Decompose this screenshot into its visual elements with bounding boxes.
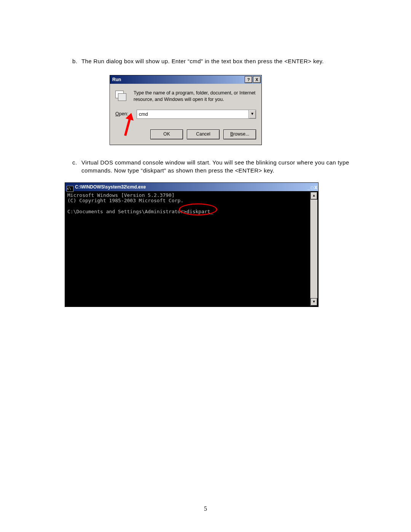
run-title-text: Run <box>112 77 121 82</box>
step-c-text: Virtual DOS command console window will … <box>81 158 365 175</box>
scrollbar[interactable]: ▲ ▼ <box>310 192 317 306</box>
open-input[interactable] <box>137 110 249 118</box>
run-dialog: Run ? X Type the name of a program, fold… <box>110 75 262 145</box>
instruction-step-b: b. The Run dialog box will show up. Ente… <box>72 57 365 66</box>
run-icon <box>115 91 128 101</box>
step-b-text: The Run dialog box will show up. Enter “… <box>81 57 365 66</box>
cmd-icon: c\ <box>67 186 73 192</box>
run-titlebar[interactable]: Run ? X <box>110 75 261 84</box>
run-message: Type the name of a program, folder, docu… <box>134 90 256 103</box>
help-icon[interactable]: ? <box>245 76 252 83</box>
cancel-button[interactable]: Cancel <box>187 129 220 139</box>
step-b-marker: b. <box>72 57 81 66</box>
cmd-titlebar[interactable]: c\C:\WINDOWS\system32\cmd.exe _ □ X <box>65 183 318 191</box>
open-combobox[interactable]: ▼ <box>137 110 256 119</box>
close-icon[interactable]: X <box>253 76 261 83</box>
ok-button[interactable]: OK <box>150 129 183 139</box>
scroll-down-icon[interactable]: ▼ <box>311 298 317 306</box>
cmd-output[interactable]: Microsoft Windows [Version 5.2.3790] (C)… <box>66 192 310 306</box>
maximize-icon[interactable]: □ <box>311 184 314 192</box>
close-icon[interactable]: X <box>314 184 317 192</box>
step-c-marker: c. <box>72 158 81 175</box>
cmd-title-file: cmd.exe <box>127 184 146 190</box>
page-number: 5 <box>0 504 411 513</box>
cmd-title-path: C:\WINDOWS\system32\ <box>75 184 127 190</box>
browse-button[interactable]: Browse... <box>223 129 256 139</box>
minimize-icon[interactable]: _ <box>307 184 310 192</box>
scroll-up-icon[interactable]: ▲ <box>311 192 317 200</box>
scroll-track[interactable] <box>311 200 317 298</box>
chevron-down-icon[interactable]: ▼ <box>249 110 256 118</box>
instruction-step-c: c. Virtual DOS command console window wi… <box>72 158 365 175</box>
cmd-window: c\C:\WINDOWS\system32\cmd.exe _ □ X Micr… <box>65 182 319 307</box>
